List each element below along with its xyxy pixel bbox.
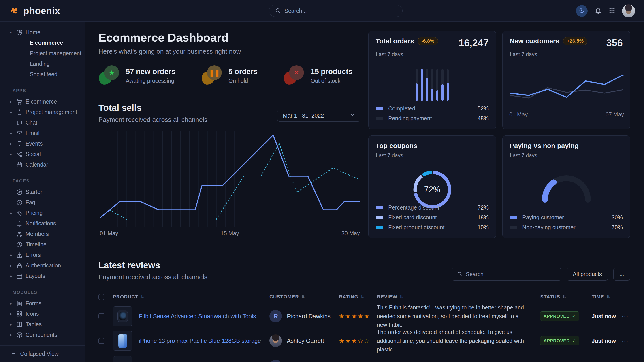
stat-value: 5 orders [228, 67, 258, 76]
card-period: Last 7 days [376, 51, 489, 57]
brand-name: phoenix [23, 5, 60, 16]
legend-row: Pending payment48% [376, 113, 489, 123]
bell-icon [16, 220, 26, 227]
card-value: 356 [606, 37, 623, 48]
user-avatar[interactable] [622, 4, 635, 17]
column-header-rating[interactable]: RATING⇅ [339, 294, 377, 300]
product-link[interactable]: iPhone 13 pro max-Pacific Blue-128GB sto… [139, 338, 261, 344]
bar-track [426, 69, 428, 101]
sidebar-item-timeline[interactable]: Timeline [0, 239, 85, 250]
sidebar-item-events[interactable]: ▸Events [0, 138, 85, 149]
sidebar-subitem-e-commerce[interactable]: E commerce [0, 37, 85, 48]
sidebar-item-authentication[interactable]: ▸Authentication [0, 260, 85, 271]
collapse-view-button[interactable]: Collapsed View [0, 346, 85, 362]
column-header-time[interactable]: TIME⇅ [592, 294, 621, 300]
new-customers-chart: 01 May07 May [509, 65, 624, 118]
sidebar-item-faq[interactable]: Faq [0, 197, 85, 208]
sidebar-item-members[interactable]: Members [0, 229, 85, 239]
sidebar-item-email[interactable]: ▸Email [0, 128, 85, 138]
legend-chip [510, 216, 517, 219]
card-title: New customers [510, 37, 560, 45]
sidebar-item-starter[interactable]: Starter [0, 187, 85, 197]
sidebar-item-forms[interactable]: ▸Forms [0, 298, 85, 309]
all-products-button[interactable]: All products [567, 268, 608, 281]
svg-text:15 May: 15 May [221, 230, 239, 236]
sidebar-item-notifications[interactable]: Notifications [0, 218, 85, 229]
card-title: Top coupons [376, 142, 417, 150]
column-header-customer[interactable]: CUSTOMER⇅ [270, 294, 339, 300]
column-header-review[interactable]: REVIEW⇅ [377, 294, 540, 300]
caret-right-icon: ▸ [10, 253, 16, 258]
sidebar-item-home[interactable]: ▾Home [0, 27, 85, 37]
sidebar-item-chat[interactable]: Chat [0, 117, 85, 128]
caret-right-icon: ▸ [10, 274, 16, 279]
sidebar-item-label: Components [26, 332, 57, 338]
share-icon [16, 151, 26, 158]
row-checkbox[interactable] [98, 313, 104, 319]
sidebar-subitem-project-management[interactable]: Project management [0, 48, 85, 58]
sidebar-item-icons[interactable]: ▸Icons [0, 309, 85, 319]
sidebar-item-pricing[interactable]: ▸Pricing [0, 208, 85, 218]
tag-icon [16, 210, 26, 216]
sidebar-item-errors[interactable]: ▸Errors [0, 250, 85, 260]
clock-icon [16, 241, 26, 248]
sidebar-item-project-management[interactable]: ▸Project management [0, 107, 85, 117]
sidebar-item-layouts[interactable]: ▸Layouts [0, 271, 85, 281]
new-customers-card: New customers +26.5% 356 Last 7 days 01 … [502, 31, 630, 129]
caret-right-icon: ▸ [10, 211, 16, 216]
sidebar-nav: ▾HomeE commerceProject managementLanding… [0, 22, 85, 362]
iphone-thumb[interactable] [113, 331, 132, 351]
stat-value: 15 products [310, 67, 352, 76]
row-menu-button[interactable]: ⋯ [621, 312, 630, 320]
sidebar-item-calendar[interactable]: Calendar [0, 159, 85, 170]
select-all-checkbox[interactable] [98, 294, 104, 300]
row-checkbox[interactable] [98, 338, 104, 344]
total-orders-card: Total orders -6.8% 16,247 Last 7 days Co… [368, 31, 496, 129]
rating-stars: ★★★☆☆ [339, 337, 377, 345]
column-header-status[interactable]: STATUS⇅ [540, 294, 592, 300]
sidebar-item-components[interactable]: ▸Components [0, 330, 85, 340]
sidebar-subitem-landing[interactable]: Landing [0, 58, 85, 69]
collapse-view-label: Collapsed View [20, 351, 59, 357]
sidebar-item-label: Authentication [26, 262, 61, 269]
apps-menu-button[interactable] [609, 7, 615, 15]
sidebar-item-tables[interactable]: ▸Tables [0, 319, 85, 330]
caret-right-icon: ▸ [10, 141, 16, 146]
bell-icon [594, 7, 602, 15]
sidebar-item-social[interactable]: ▸Social [0, 149, 85, 159]
brand-logo[interactable]: phoenix [10, 0, 60, 22]
global-search[interactable] [269, 5, 402, 17]
sidebar-subitem-social-feed[interactable]: Social feed [0, 69, 85, 80]
column-header-product[interactable]: PRODUCT⇅ [113, 294, 270, 300]
more-options-button[interactable]: ... [613, 268, 630, 281]
sidebar-item-label: Notifications [26, 220, 56, 227]
paying-gauge-chart [540, 173, 593, 205]
date-range-select[interactable]: Mar 1 - 31, 2022 [277, 110, 360, 122]
theme-toggle-button[interactable] [576, 5, 588, 17]
notifications-button[interactable] [594, 7, 602, 15]
smartwatch-thumb[interactable] [113, 306, 132, 326]
product-link[interactable]: Fitbit Sense Advanced Smartwatch with To… [139, 313, 264, 320]
reviews-table: PRODUCT⇅CUSTOMER⇅RATING⇅REVIEW⇅STATUS⇅TI… [98, 291, 630, 362]
orders-bar-chart [368, 69, 496, 101]
sidebar-item-label: Faq [26, 199, 35, 206]
reviews-search[interactable] [452, 268, 562, 281]
question-icon [16, 199, 26, 206]
column-label: CUSTOMER [270, 294, 299, 300]
sidebar-item-e-commerce[interactable]: ▸E commerce [0, 96, 85, 107]
row-menu-button[interactable]: ⋯ [621, 337, 630, 345]
reviews-search-input[interactable] [466, 271, 556, 278]
sidebar-list: ▾HomeE commerceProject managementLanding… [0, 22, 85, 346]
status-badge: APPROVED ✓ [540, 312, 579, 321]
sidebar-item-label: Chat [26, 119, 37, 126]
search-input[interactable] [284, 7, 396, 14]
product-thumb[interactable] [113, 356, 132, 362]
sort-icon: ⇅ [562, 295, 566, 300]
layout-icon [16, 273, 26, 280]
bar-track [421, 69, 423, 101]
sidebar-item-label: Events [26, 140, 42, 147]
calendar-icon [16, 161, 26, 168]
cart-icon [16, 98, 26, 105]
legend-label: Pending payment [388, 115, 432, 122]
sidebar-section-label: MODULES [12, 290, 85, 295]
